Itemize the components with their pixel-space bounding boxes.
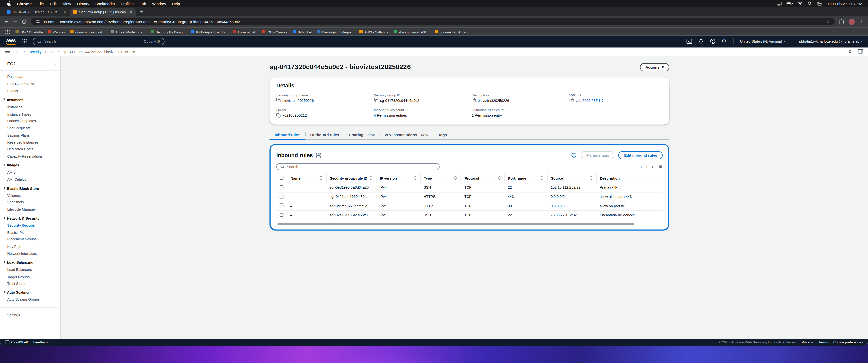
bookmark-item[interactable]: UNC Charlotte (16, 30, 43, 33)
aws-logo[interactable]: aws (5, 38, 17, 45)
scrollbar-thumb[interactable] (277, 223, 634, 225)
sidebar-section-instances[interactable]: ▼Instances (0, 95, 60, 103)
column-header-port-range[interactable]: Port range (505, 174, 547, 183)
help-icon[interactable]: ? (710, 39, 715, 44)
sidebar-item-reserved-instances[interactable]: Reserved Instances (0, 139, 60, 146)
table-preferences-icon[interactable]: ⚙ (658, 164, 662, 169)
prev-page-icon[interactable]: ‹ (640, 165, 642, 169)
actions-button[interactable]: Actions▼ (640, 63, 670, 71)
sidebar-item-placement-groups[interactable]: Placement Groups (0, 236, 60, 243)
sidebar-item-events[interactable]: Events (0, 88, 60, 95)
bookmark-item[interactable]: Bitbucket (293, 30, 312, 33)
control-center-icon[interactable] (817, 1, 822, 5)
sidebar-item-launch-templates[interactable]: Launch Templates (0, 118, 60, 125)
region-selector[interactable]: United States (N. Virginia)▾ (740, 39, 785, 43)
tab-tags[interactable]: Tags (433, 133, 452, 139)
menu-bookmarks[interactable]: Bookmarks (92, 1, 118, 5)
privacy-link[interactable]: Privacy (802, 340, 813, 344)
copy-icon[interactable] (276, 98, 281, 103)
console-search-input[interactable]: Search [Option+S] (33, 37, 164, 45)
display-icon[interactable] (777, 1, 782, 5)
sidebar-item-capacity-reservations[interactable]: Capacity Reservations (0, 153, 60, 160)
select-all-checkbox[interactable] (280, 176, 283, 180)
bookmark-item[interactable]: shivangisaxena66... (394, 30, 429, 33)
cloudshell-footer-button[interactable]: CloudShell (5, 340, 28, 344)
site-settings-icon[interactable] (36, 20, 40, 24)
column-header-source[interactable]: Source (547, 174, 596, 183)
menu-history[interactable]: History (74, 1, 92, 5)
menu-bar-clock[interactable]: Thu Feb 27 1:07 PM (827, 1, 863, 5)
row-checkbox[interactable] (280, 194, 283, 198)
sidebar-item-trust-stores[interactable]: Trust Stores (0, 280, 60, 287)
sidebar-item-snapshots[interactable]: Snapshots (0, 199, 60, 206)
sidebar-item-ec2-global-view[interactable]: EC2 Global View (0, 80, 60, 88)
column-header-protocol[interactable]: Protocol (461, 174, 505, 183)
battery-icon[interactable] (787, 2, 793, 5)
breadcrumb-ec2[interactable]: EC2 (13, 50, 21, 53)
sort-icon[interactable] (319, 176, 322, 180)
column-header-type[interactable]: Type (421, 174, 461, 183)
sort-icon[interactable] (369, 176, 372, 180)
menu-profiles[interactable]: Profiles (118, 1, 137, 5)
browser-tab-ec2[interactable]: SecurityGroup | EC2 | us-eas... × (70, 8, 136, 16)
hamburger-menu-icon[interactable] (5, 49, 10, 54)
row-checkbox[interactable] (280, 204, 283, 207)
sidebar-item-key-pairs[interactable]: Key Pairs (0, 243, 60, 250)
extensions-icon[interactable] (839, 19, 844, 24)
refresh-icon[interactable] (571, 152, 577, 158)
current-page[interactable]: 1 (646, 165, 648, 169)
url-text[interactable]: us-east-1.console.aws.amazon.com/ec2/hom… (43, 20, 823, 24)
sidebar-item-dedicated-hosts[interactable]: Dedicated Hosts (0, 146, 60, 153)
forward-icon[interactable]: → (13, 19, 18, 24)
inbound-rule-row[interactable]: – sgr-0ed1995f6a3d34a2b IPv4 SSH TCP 22 … (276, 183, 662, 192)
cloudshell-icon[interactable] (686, 39, 692, 44)
manage-tags-button[interactable]: Manage tags (581, 151, 615, 159)
next-page-icon[interactable]: › (652, 165, 653, 169)
sidebar-section-images[interactable]: ▼Images (0, 160, 60, 169)
column-header-name[interactable]: Name (287, 174, 326, 183)
breadcrumb-security-groups[interactable]: Security Groups (29, 50, 54, 53)
bookmark-item[interactable]: AWS - Syllabus (360, 30, 388, 33)
chrome-menu-icon[interactable]: ⋮ (859, 20, 864, 24)
sidebar-item-volumes[interactable]: Volumes (0, 192, 60, 199)
profile-avatar[interactable] (848, 19, 855, 25)
copy-icon[interactable] (472, 98, 476, 103)
preferences-gear-icon[interactable]: ⚙ (848, 49, 852, 54)
tab-sharing[interactable]: Sharing- new (344, 133, 379, 139)
sidebar-item-dashboard[interactable]: Dashboard (0, 73, 60, 80)
sort-icon[interactable] (498, 176, 501, 180)
tab-close-icon[interactable]: × (129, 10, 133, 14)
sidebar-item-settings[interactable]: Settings (0, 311, 60, 318)
sidebar-item-security-groups[interactable]: Security Groups (0, 222, 60, 229)
bookmark-item[interactable]: Canvas (48, 30, 65, 33)
new-tab-button[interactable]: + (140, 9, 144, 14)
tab-vpc-associations[interactable]: VPC associations- new (379, 133, 433, 139)
menu-file[interactable]: File (35, 1, 47, 5)
column-header-ip-version[interactable]: IP version (376, 174, 421, 183)
sidebar-item-ami-catalog[interactable]: AMI Catalog (0, 176, 60, 183)
apple-menu-icon[interactable] (5, 1, 14, 6)
reload-icon[interactable] (22, 19, 27, 24)
sort-icon[interactable] (540, 176, 544, 180)
bookmark-star-icon[interactable]: ☆ (826, 19, 830, 24)
sidebar-item-amis[interactable]: AMIs (0, 169, 60, 176)
sidebar-item-auto-scaling-groups[interactable]: Auto Scaling Groups (0, 296, 60, 303)
vpc-link[interactable]: vpc-5095f237 (576, 98, 598, 102)
notifications-bell-icon[interactable] (699, 39, 704, 44)
sidebar-item-target-groups[interactable]: Target Groups (0, 273, 60, 280)
spotlight-search-icon[interactable] (808, 1, 812, 6)
bookmark-item[interactable]: Loraine Lab (233, 30, 256, 33)
inbound-rule-row[interactable]: – sgr-02a164185aea56ff8 IPv4 SSH TCP 22 … (276, 210, 662, 220)
bookmark-item[interactable]: IGB - Agile Board -... (191, 30, 227, 33)
bookmark-item[interactable]: Security By Desig... (151, 30, 185, 33)
browser-tab-jira[interactable]: [IGBF-4026] Design EC2 us... × (3, 8, 70, 16)
menu-window[interactable]: Window (149, 1, 169, 5)
bookmark-item[interactable]: Developing Integra... (317, 30, 354, 33)
sidebar-collapse-icon[interactable]: ‹ (54, 62, 56, 66)
menu-view[interactable]: View (60, 1, 74, 5)
column-header-description[interactable]: Description (596, 174, 662, 183)
wifi-icon[interactable] (798, 1, 803, 5)
bookmark-apps-icon[interactable] (5, 29, 10, 34)
sidebar-section-load-balancing[interactable]: ▼Load Balancing (0, 257, 60, 266)
address-bar[interactable]: us-east-1.console.aws.amazon.com/ec2/hom… (31, 18, 835, 26)
